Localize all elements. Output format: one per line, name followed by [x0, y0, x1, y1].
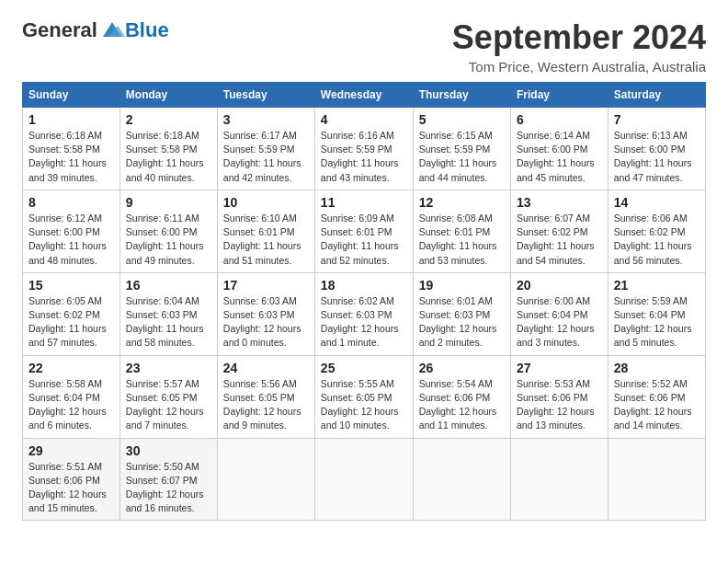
calendar-cell: 21Sunrise: 5:59 AMSunset: 6:04 PMDayligh…	[608, 272, 705, 355]
day-info: Sunrise: 5:55 AMSunset: 6:05 PMDaylight:…	[321, 377, 407, 433]
calendar-cell: 3Sunrise: 6:17 AMSunset: 5:59 PMDaylight…	[217, 108, 314, 190]
day-number: 6	[517, 112, 602, 127]
calendar-cell: 17Sunrise: 6:03 AMSunset: 6:03 PMDayligh…	[217, 272, 314, 355]
calendar-cell	[217, 438, 314, 521]
day-number: 24	[223, 361, 309, 375]
day-info: Sunrise: 6:15 AMSunset: 5:59 PMDaylight:…	[419, 129, 505, 185]
day-info: Sunrise: 6:08 AMSunset: 6:01 PMDaylight:…	[419, 212, 505, 268]
day-number: 1	[28, 112, 114, 127]
day-info: Sunrise: 5:59 AMSunset: 6:04 PMDaylight:…	[614, 294, 700, 350]
day-info: Sunrise: 6:07 AMSunset: 6:02 PMDaylight:…	[517, 212, 602, 268]
calendar-cell: 20Sunrise: 6:00 AMSunset: 6:04 PMDayligh…	[510, 272, 608, 355]
calendar-cell	[314, 438, 413, 521]
day-number: 18	[321, 278, 407, 293]
day-info: Sunrise: 5:52 AMSunset: 6:06 PMDaylight:…	[614, 377, 700, 433]
calendar-week-row: 15Sunrise: 6:05 AMSunset: 6:02 PMDayligh…	[23, 272, 706, 355]
calendar-cell: 16Sunrise: 6:04 AMSunset: 6:03 PMDayligh…	[119, 272, 217, 355]
day-number: 22	[28, 361, 114, 375]
day-info: Sunrise: 5:53 AMSunset: 6:06 PMDaylight:…	[517, 377, 602, 433]
calendar-cell: 28Sunrise: 5:52 AMSunset: 6:06 PMDayligh…	[608, 355, 705, 438]
day-info: Sunrise: 6:18 AMSunset: 5:58 PMDaylight:…	[28, 129, 114, 185]
day-number: 3	[223, 112, 309, 127]
calendar-cell: 11Sunrise: 6:09 AMSunset: 6:01 PMDayligh…	[314, 190, 413, 272]
weekday-header: Thursday	[413, 83, 510, 108]
day-info: Sunrise: 6:11 AMSunset: 6:00 PMDaylight:…	[126, 212, 211, 268]
day-info: Sunrise: 6:18 AMSunset: 5:58 PMDaylight:…	[126, 129, 211, 185]
calendar-cell	[510, 438, 608, 521]
day-number: 17	[223, 278, 309, 293]
weekday-header: Wednesday	[314, 83, 413, 108]
day-number: 8	[28, 195, 114, 210]
day-info: Sunrise: 6:14 AMSunset: 6:00 PMDaylight:…	[517, 129, 602, 185]
logo-blue-text: Blue	[125, 18, 169, 42]
day-number: 4	[321, 112, 407, 127]
calendar-table: SundayMondayTuesdayWednesdayThursdayFrid…	[22, 82, 706, 521]
day-info: Sunrise: 5:50 AMSunset: 6:07 PMDaylight:…	[126, 460, 211, 516]
day-info: Sunrise: 6:00 AMSunset: 6:04 PMDaylight:…	[517, 294, 602, 350]
day-info: Sunrise: 6:09 AMSunset: 6:01 PMDaylight:…	[321, 212, 407, 268]
day-number: 28	[614, 361, 700, 375]
location-subtitle: Tom Price, Western Australia, Australia	[452, 59, 706, 75]
calendar-cell: 12Sunrise: 6:08 AMSunset: 6:01 PMDayligh…	[413, 190, 510, 272]
calendar-cell: 10Sunrise: 6:10 AMSunset: 6:01 PMDayligh…	[217, 190, 314, 272]
title-area: September 2024 Tom Price, Western Austra…	[452, 18, 706, 75]
calendar-week-row: 1Sunrise: 6:18 AMSunset: 5:58 PMDaylight…	[23, 108, 706, 190]
calendar-cell: 1Sunrise: 6:18 AMSunset: 5:58 PMDaylight…	[23, 108, 120, 190]
calendar-cell	[608, 438, 705, 521]
day-info: Sunrise: 6:01 AMSunset: 6:03 PMDaylight:…	[419, 294, 505, 350]
calendar-cell: 14Sunrise: 6:06 AMSunset: 6:02 PMDayligh…	[608, 190, 705, 272]
calendar-cell: 30Sunrise: 5:50 AMSunset: 6:07 PMDayligh…	[119, 438, 217, 521]
day-info: Sunrise: 5:58 AMSunset: 6:04 PMDaylight:…	[28, 377, 114, 433]
weekday-header: Friday	[510, 83, 608, 108]
day-number: 10	[223, 195, 309, 210]
calendar-cell: 8Sunrise: 6:12 AMSunset: 6:00 PMDaylight…	[23, 190, 120, 272]
day-info: Sunrise: 6:06 AMSunset: 6:02 PMDaylight:…	[614, 212, 700, 268]
day-info: Sunrise: 5:56 AMSunset: 6:05 PMDaylight:…	[223, 377, 309, 433]
day-info: Sunrise: 6:05 AMSunset: 6:02 PMDaylight:…	[28, 294, 114, 350]
day-number: 26	[419, 361, 505, 375]
day-number: 14	[614, 195, 700, 210]
day-info: Sunrise: 5:54 AMSunset: 6:06 PMDaylight:…	[419, 377, 505, 433]
calendar-cell: 23Sunrise: 5:57 AMSunset: 6:05 PMDayligh…	[119, 355, 217, 438]
day-info: Sunrise: 6:13 AMSunset: 6:00 PMDaylight:…	[614, 129, 700, 185]
day-number: 11	[321, 195, 407, 210]
calendar-cell: 29Sunrise: 5:51 AMSunset: 6:06 PMDayligh…	[23, 438, 120, 521]
calendar-cell: 9Sunrise: 6:11 AMSunset: 6:00 PMDaylight…	[119, 190, 217, 272]
calendar-cell: 13Sunrise: 6:07 AMSunset: 6:02 PMDayligh…	[510, 190, 608, 272]
weekday-header: Tuesday	[217, 83, 314, 108]
day-info: Sunrise: 6:03 AMSunset: 6:03 PMDaylight:…	[223, 294, 309, 350]
day-info: Sunrise: 6:16 AMSunset: 5:59 PMDaylight:…	[321, 129, 407, 185]
calendar-week-row: 8Sunrise: 6:12 AMSunset: 6:00 PMDaylight…	[23, 190, 706, 272]
day-number: 2	[126, 112, 211, 127]
calendar-week-row: 22Sunrise: 5:58 AMSunset: 6:04 PMDayligh…	[23, 355, 706, 438]
day-info: Sunrise: 5:57 AMSunset: 6:05 PMDaylight:…	[126, 377, 211, 433]
logo: General Blue	[22, 18, 169, 42]
day-info: Sunrise: 6:02 AMSunset: 6:03 PMDaylight:…	[321, 294, 407, 350]
day-info: Sunrise: 6:17 AMSunset: 5:59 PMDaylight:…	[223, 129, 309, 185]
day-number: 5	[419, 112, 505, 127]
calendar-week-row: 29Sunrise: 5:51 AMSunset: 6:06 PMDayligh…	[23, 438, 706, 521]
day-number: 29	[28, 443, 114, 458]
weekday-header: Saturday	[608, 83, 705, 108]
calendar-cell: 4Sunrise: 6:16 AMSunset: 5:59 PMDaylight…	[314, 108, 413, 190]
header: General Blue September 2024 Tom Price, W…	[22, 18, 706, 75]
day-number: 23	[126, 361, 211, 375]
day-number: 20	[517, 278, 602, 293]
calendar-cell: 2Sunrise: 6:18 AMSunset: 5:58 PMDaylight…	[119, 108, 217, 190]
day-info: Sunrise: 6:12 AMSunset: 6:00 PMDaylight:…	[28, 212, 114, 268]
day-number: 19	[419, 278, 505, 293]
month-title: September 2024	[452, 18, 706, 57]
calendar-header-row: SundayMondayTuesdayWednesdayThursdayFrid…	[23, 83, 706, 108]
day-number: 9	[126, 195, 211, 210]
calendar-cell: 22Sunrise: 5:58 AMSunset: 6:04 PMDayligh…	[23, 355, 120, 438]
weekday-header: Monday	[119, 83, 217, 108]
calendar-cell: 6Sunrise: 6:14 AMSunset: 6:00 PMDaylight…	[510, 108, 608, 190]
day-number: 21	[614, 278, 700, 293]
day-info: Sunrise: 6:10 AMSunset: 6:01 PMDaylight:…	[223, 212, 309, 268]
calendar-cell	[413, 438, 510, 521]
day-number: 15	[28, 278, 114, 293]
calendar-cell: 19Sunrise: 6:01 AMSunset: 6:03 PMDayligh…	[413, 272, 510, 355]
weekday-header: Sunday	[23, 83, 120, 108]
calendar-cell: 5Sunrise: 6:15 AMSunset: 5:59 PMDaylight…	[413, 108, 510, 190]
day-number: 7	[614, 112, 700, 127]
